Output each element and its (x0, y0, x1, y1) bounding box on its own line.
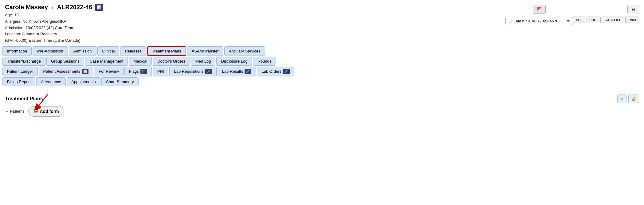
patient-assessments-badge: 📊 (82, 69, 88, 74)
tab-attendance[interactable]: Attendance (36, 77, 66, 86)
lock-button[interactable]: 🔒 (628, 95, 639, 103)
tab-flags[interactable]: Flags 🚩 (124, 67, 152, 76)
admission: Admission: 10/03/2022 (42) Care Team (5, 25, 505, 31)
expand-button[interactable]: ⤢ (617, 95, 626, 103)
tab-treatment-plans[interactable]: Treatment Plans (147, 46, 186, 56)
tab-releases[interactable]: Releases (120, 46, 146, 56)
content-toolbar: ← Patients ⊕ Add form (5, 106, 639, 117)
tab-group-sessions[interactable]: Group Sessions (46, 57, 84, 66)
casefile-button[interactable]: CASEFILE (602, 17, 624, 23)
tab-patient-assessments[interactable]: Patient Assessments 📊 (39, 67, 93, 76)
age-birthdate: Age: 18 (5, 12, 505, 18)
tab-appointments[interactable]: Appointments (67, 77, 100, 86)
tab-lab-requisitions[interactable]: Lab Requisitions 🧪 (169, 67, 216, 76)
nav-row-1: Information Pre-Admission Admission Clin… (2, 46, 642, 56)
patient-name-row: Carole Massey ♀ ALR2022-46 📊 (5, 4, 505, 11)
print-button[interactable]: 🖨 (627, 5, 639, 14)
file-dropdown[interactable]: 1) Latest file ALR2022-46 ▾ (505, 17, 573, 25)
tab-chart-summary[interactable]: Chart Summary (101, 77, 139, 86)
tab-med-log[interactable]: Med Log (191, 57, 216, 66)
tab-rounds[interactable]: Rounds (253, 57, 276, 66)
timezone: (GMT-05:00) Eastern Time (US & Canada) (5, 37, 505, 44)
patient-name: Carole Massey (5, 4, 48, 11)
nav-tabs-container: Information Pre-Admission Admission Clin… (0, 46, 644, 86)
header-center: 🚩 1) Latest file ALR2022-46 ▾ (505, 4, 573, 25)
pdf2-button[interactable]: PDF↓ (587, 17, 601, 23)
section-actions: ⤢ 🔒 (617, 95, 639, 103)
tab-pre-admission[interactable]: Pre-Admission (33, 46, 68, 56)
tab-case-management[interactable]: Case Management (85, 57, 128, 66)
action-buttons: PDF PDF↓ CASEFILE Txfer (573, 17, 639, 23)
txfer-button[interactable]: Txfer (625, 17, 639, 23)
tab-for-review[interactable]: For Review (94, 67, 124, 76)
section-title: Treatment Plans (5, 96, 43, 102)
patient-gender: ♀ (50, 4, 55, 10)
allergies: Allergies: No Known Allergies/NKA (5, 18, 505, 25)
tab-clinical[interactable]: Clinical (97, 46, 120, 56)
section-header: Treatment Plans ⤢ 🔒 (5, 95, 639, 103)
lab-req-badge: 🧪 (205, 69, 212, 74)
nav-row-3: Patient Ledger Patient Assessments 📊 For… (2, 67, 642, 76)
header-right: 🖨 PDF PDF↓ CASEFILE Txfer (573, 4, 639, 23)
pdf1-button[interactable]: PDF (573, 17, 585, 23)
tab-medical[interactable]: Medical (129, 57, 152, 66)
tab-lab-results[interactable]: Lab Results 🧪 (218, 67, 256, 76)
header: Carole Massey ♀ ALR2022-46 📊 Age: 18 All… (0, 0, 644, 46)
tab-lab-orders[interactable]: Lab Orders 🧪 (257, 67, 294, 76)
tab-transfer-discharge[interactable]: Transfer/Discharge (2, 57, 45, 66)
nav-row-2: Transfer/Discharge Group Sessions Case M… (2, 57, 642, 66)
tab-phi[interactable]: PHI (153, 67, 169, 76)
divider (0, 89, 644, 89)
patient-info: Carole Massey ♀ ALR2022-46 📊 Age: 18 All… (5, 4, 505, 44)
add-form-label: Add form (40, 109, 59, 114)
back-patients-link[interactable]: ← Patients (5, 109, 25, 114)
tab-ancillary-services[interactable]: Ancillary Services (224, 46, 265, 56)
tab-asam-transfer[interactable]: ASAM/Transfer (187, 46, 223, 56)
content-area: Treatment Plans ⤢ 🔒 ← Patients ⊕ Add for… (0, 91, 644, 120)
nav-row-4: Billing Report Attendance Appointments C… (2, 77, 642, 86)
patient-id: ALR2022-46 (57, 4, 92, 11)
patient-details: Age: 18 Allergies: No Known Allergies/NK… (5, 12, 505, 44)
tab-information[interactable]: Information (2, 46, 32, 56)
tab-billing-report[interactable]: Billing Report (2, 77, 35, 86)
add-form-container: ⊕ Add form (28, 106, 64, 117)
add-icon: ⊕ (33, 108, 38, 115)
lab-orders-badge: 🧪 (283, 69, 290, 74)
tab-doctors-orders[interactable]: Doctor's Orders (153, 57, 190, 66)
add-form-button[interactable]: ⊕ Add form (28, 106, 64, 117)
tab-patient-ledger[interactable]: Patient Ledger (2, 67, 38, 76)
lab-results-badge: 🧪 (245, 69, 251, 74)
location: Location: Alhambra Recovery (5, 31, 505, 37)
flag-button[interactable]: 🚩 (533, 5, 546, 14)
tab-admission[interactable]: Admission (69, 46, 96, 56)
chart-icon[interactable]: 📊 (95, 4, 103, 11)
flags-badge: 🚩 (140, 69, 147, 74)
tab-disclosure-log[interactable]: Disclosure Log (216, 57, 252, 66)
